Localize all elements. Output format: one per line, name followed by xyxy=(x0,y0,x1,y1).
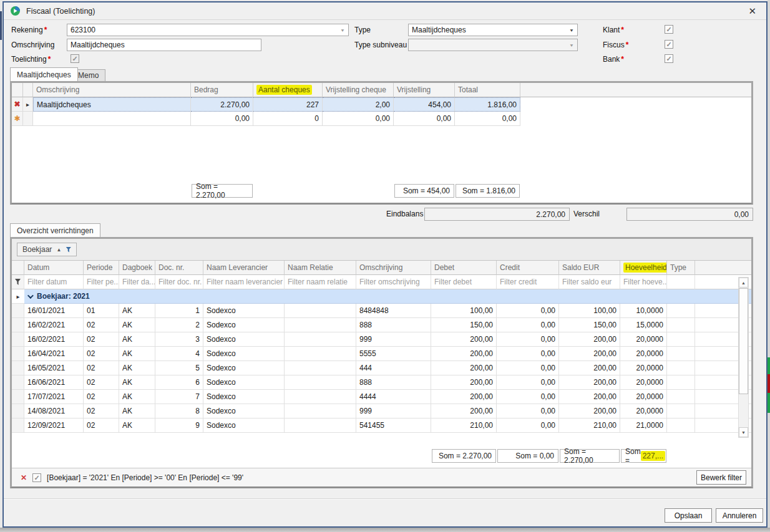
cell-type[interactable] xyxy=(667,418,695,433)
cell-saldo-eur[interactable]: 150,00 xyxy=(559,318,620,332)
cell-doc-nr[interactable]: 6 xyxy=(155,375,203,390)
cell-datum[interactable]: 16/02/2021 xyxy=(24,318,84,332)
omschrijving-input[interactable]: Maaltijdcheques xyxy=(67,39,261,51)
cell-naam-relatie[interactable] xyxy=(285,390,356,404)
cell-naam-relatie[interactable] xyxy=(285,404,356,418)
table-row[interactable]: 12/09/2021 02 AK 9 Sodexco 541455 210,00… xyxy=(12,418,751,433)
cell-credit[interactable]: 0,00 xyxy=(497,332,559,347)
col-vrijstelling[interactable]: Vrijstelling xyxy=(394,83,455,97)
opslaan-button[interactable]: Opslaan xyxy=(665,508,712,523)
cell-datum[interactable]: 16/05/2021 xyxy=(24,361,84,375)
col-periode[interactable]: Periode xyxy=(84,261,119,275)
toelichting-checkbox[interactable]: ✓ xyxy=(71,54,79,63)
filter-enabled-checkbox[interactable]: ✓ xyxy=(32,473,41,482)
cell-omschrijving[interactable]: 999 xyxy=(356,404,431,418)
cell-hoeveelheid[interactable]: 20,0000 xyxy=(620,375,667,390)
cell-periode[interactable]: 02 xyxy=(84,418,119,433)
cell-naam-leverancier[interactable]: Sodexco xyxy=(203,361,285,375)
cell-credit[interactable]: 0,00 xyxy=(497,304,559,318)
cell-type[interactable] xyxy=(667,347,695,361)
cell-periode[interactable]: 02 xyxy=(84,361,119,375)
close-icon[interactable]: ✕ xyxy=(748,6,756,17)
cell-naam-relatie[interactable] xyxy=(285,318,356,332)
filter-naam-relatie[interactable]: Filter naam relatie xyxy=(285,275,356,289)
cell-debet[interactable]: 100,00 xyxy=(431,304,497,318)
cell-omschrijving[interactable]: 888 xyxy=(356,375,431,390)
sort-ascending-icon[interactable]: ▲ xyxy=(56,247,61,253)
cell-saldo-eur[interactable]: 200,00 xyxy=(559,404,620,418)
cell-datum[interactable]: 12/09/2021 xyxy=(24,418,84,433)
cell-naam-leverancier[interactable]: Sodexco xyxy=(203,347,285,361)
group-row-boekjaar-2021[interactable]: ▸ Boekjaar: 2021 xyxy=(12,289,751,304)
table-row[interactable]: 16/05/2021 02 AK 5 Sodexco 444 200,00 0,… xyxy=(12,361,751,375)
filter-hoeveelheid[interactable]: Filter hoeve... xyxy=(620,275,667,289)
cell-doc-nr[interactable]: 7 xyxy=(155,390,203,404)
cell-datum[interactable]: 14/08/2021 xyxy=(24,404,84,418)
cell-vrijstelling-cheque[interactable]: 0,00 xyxy=(323,112,394,126)
cell-dagboek[interactable]: AK xyxy=(119,304,155,318)
cell-saldo-eur[interactable]: 200,00 xyxy=(559,332,620,347)
fiscus-checkbox[interactable]: ✓ xyxy=(665,40,673,49)
title-bar[interactable]: Fiscaal (Toelichting) ✕ xyxy=(4,2,766,20)
scroll-down-icon[interactable]: ▼ xyxy=(739,427,748,437)
cell-totaal[interactable]: 0,00 xyxy=(455,112,520,126)
cell-periode[interactable]: 02 xyxy=(84,404,119,418)
col-aantal-cheques[interactable]: Aantal cheques xyxy=(253,83,323,97)
filter-funnel-icon[interactable] xyxy=(66,247,71,253)
cell-dagboek[interactable]: AK xyxy=(119,418,155,433)
cell-vrijstelling[interactable]: 0,00 xyxy=(394,112,455,126)
cell-omschrijving[interactable]: 888 xyxy=(356,318,431,332)
cell-naam-leverancier[interactable]: Sodexco xyxy=(203,318,285,332)
table-row-new[interactable]: ✱ 0,00 0 0,00 0,00 0,00 xyxy=(12,112,751,126)
cell-naam-leverancier[interactable]: Sodexco xyxy=(203,332,285,347)
cell-omschrijving[interactable]: Maaltijdcheques xyxy=(33,97,191,112)
dropdown-arrow-icon[interactable]: ▼ xyxy=(569,27,574,32)
cell-datum[interactable]: 16/06/2021 xyxy=(24,375,84,390)
cell-periode[interactable]: 02 xyxy=(84,390,119,404)
filter-periode[interactable]: Filter pe... xyxy=(84,275,119,289)
cell-omschrijving[interactable]: 999 xyxy=(356,332,431,347)
cell-omschrijving[interactable]: 4444 xyxy=(356,390,431,404)
filter-debet[interactable]: Filter debet xyxy=(431,275,497,289)
table-row[interactable]: ✖ ▸ Maaltijdcheques 2.270,00 227 2,00 45… xyxy=(12,97,751,112)
col-omschrijving[interactable]: Omschrijving xyxy=(356,261,431,275)
cell-debet[interactable]: 210,00 xyxy=(431,418,497,433)
table-row[interactable]: 16/02/2021 02 AK 3 Sodexco 999 200,00 0,… xyxy=(12,332,751,347)
cell-doc-nr[interactable]: 5 xyxy=(155,361,203,375)
col-hoeveelheid[interactable]: Hoeveelheid xyxy=(620,261,667,275)
cell-omschrijving[interactable] xyxy=(33,112,191,126)
cell-type[interactable] xyxy=(667,318,695,332)
cell-omschrijving[interactable]: 8484848 xyxy=(356,304,431,318)
cell-saldo-eur[interactable]: 200,00 xyxy=(559,361,620,375)
cell-saldo-eur[interactable]: 200,00 xyxy=(559,375,620,390)
cell-omschrijving[interactable]: 444 xyxy=(356,361,431,375)
cell-naam-relatie[interactable] xyxy=(285,347,356,361)
cell-saldo-eur[interactable]: 200,00 xyxy=(559,347,620,361)
cell-naam-relatie[interactable] xyxy=(285,332,356,347)
remove-filter-icon[interactable]: ✕ xyxy=(21,473,27,482)
cell-credit[interactable]: 0,00 xyxy=(497,318,559,332)
cell-dagboek[interactable]: AK xyxy=(119,361,155,375)
cell-type[interactable] xyxy=(667,390,695,404)
cell-debet[interactable]: 200,00 xyxy=(431,375,497,390)
cell-bedrag[interactable]: 2.270,00 xyxy=(191,97,253,112)
cell-credit[interactable]: 0,00 xyxy=(497,375,559,390)
cell-hoeveelheid[interactable]: 20,0000 xyxy=(620,404,667,418)
cell-datum[interactable]: 16/01/2021 xyxy=(24,304,84,318)
filter-doc-nr[interactable]: Filter doc. nr. xyxy=(155,275,203,289)
cell-debet[interactable]: 200,00 xyxy=(431,404,497,418)
cell-omschrijving[interactable]: 541455 xyxy=(356,418,431,433)
col-saldo-eur[interactable]: Saldo EUR xyxy=(559,261,620,275)
filter-datum[interactable]: Filter datum xyxy=(24,275,84,289)
cell-doc-nr[interactable]: 4 xyxy=(155,347,203,361)
cell-periode[interactable]: 02 xyxy=(84,332,119,347)
cell-dagboek[interactable]: AK xyxy=(119,390,155,404)
cell-datum[interactable]: 16/02/2021 xyxy=(24,332,84,347)
cell-periode[interactable]: 02 xyxy=(84,347,119,361)
cell-debet[interactable]: 200,00 xyxy=(431,347,497,361)
cell-hoeveelheid[interactable]: 15,0000 xyxy=(620,318,667,332)
col-omschrijving[interactable]: Omschrijving xyxy=(33,83,191,97)
group-by-boekjaar[interactable]: Boekjaar ▲ xyxy=(17,243,77,256)
cell-naam-leverancier[interactable]: Sodexco xyxy=(203,375,285,390)
filter-expression[interactable]: [Boekjaar] = '2021' En [Periode] >= '00'… xyxy=(47,473,243,482)
